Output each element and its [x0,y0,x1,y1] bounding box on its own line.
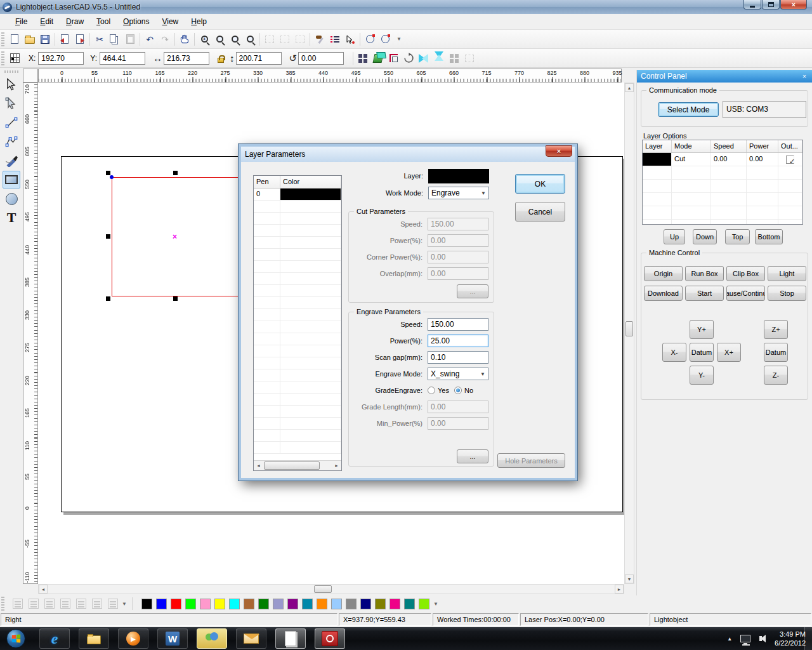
horizontal-scroll-thumb[interactable] [314,585,332,593]
align-center-h-icon[interactable] [76,599,86,609]
layer-row-empty[interactable] [643,220,802,225]
scroll-down-icon[interactable]: ▼ [625,574,634,583]
pen-row-empty[interactable] [254,225,341,237]
cut-power-input[interactable] [428,234,488,247]
palette-color-880088[interactable] [287,599,298,609]
redo-button[interactable]: ↷ [157,32,173,47]
node-delete-button[interactable] [292,32,308,47]
pen-row-empty[interactable] [254,369,341,381]
vertical-scrollbar[interactable]: ▲ ▼ [624,83,634,584]
selection-handle-top-mid[interactable] [173,171,178,175]
scroll-up-icon[interactable]: ▲ [625,83,634,92]
ok-button[interactable]: OK [515,174,565,194]
palette-color-aa6633[interactable] [244,599,254,609]
engrave-mode-select[interactable]: X_swing ▼ [428,368,488,380]
palette-color-000080[interactable] [360,599,371,609]
toolbar-grip[interactable] [1,32,4,46]
taskbar-file-explorer[interactable] [79,628,109,649]
output-list-button[interactable] [327,32,343,47]
menu-edit[interactable]: Edit [34,15,60,28]
scan-gap-input[interactable] [428,351,488,364]
palette-color-99ccff[interactable] [331,599,342,609]
y-position-input[interactable] [100,52,145,65]
palette-color-00ff00[interactable] [185,599,196,609]
export-button[interactable] [72,32,88,47]
save-button[interactable] [37,32,53,47]
close-window-button[interactable]: × [780,0,807,10]
pen-row-empty[interactable] [254,381,341,394]
open-file-button[interactable] [22,32,37,47]
taskbar-media-player[interactable]: ▶ [118,628,148,649]
maximize-button[interactable] [762,0,780,10]
pen-row-empty[interactable] [254,213,341,225]
palette-color-ff99cc[interactable] [200,599,211,609]
simulate-button[interactable] [312,32,327,47]
grade-length-input[interactable] [428,401,488,413]
palette-color-0000ff[interactable] [156,599,167,609]
curve-offset-button[interactable] [362,32,377,47]
polyline-tool[interactable] [3,133,20,150]
tray-expand-icon[interactable]: ▲ [727,636,732,642]
pen-row-empty[interactable] [254,249,341,261]
rotate-object-button[interactable] [401,51,416,66]
layer-up-button[interactable]: Up [664,229,685,244]
color-column-header[interactable]: Color [280,176,341,188]
layer-output-checkbox[interactable]: ✓ [786,156,794,164]
align-right-icon[interactable] [29,599,39,609]
layer-row-empty[interactable] [643,166,802,180]
work-mode-select[interactable]: Engrave ▼ [428,187,489,199]
rectangle-tool[interactable] [3,171,20,189]
layer-col-header[interactable]: Layer [643,140,672,152]
copy-button[interactable] [107,32,122,47]
select-mode-button[interactable]: Select Mode [658,102,719,117]
corner-power-input[interactable] [428,251,488,263]
palette-color-000000[interactable] [141,599,152,609]
new-file-button[interactable] [7,32,22,47]
menu-file[interactable]: File [9,15,34,28]
menu-view[interactable]: View [155,15,185,28]
jog-x-plus-button[interactable]: X+ [717,343,741,362]
pen-row-empty[interactable] [254,237,341,249]
pen-row-empty[interactable] [254,357,341,369]
palette-color-008000[interactable] [258,599,269,609]
pen-row-empty[interactable] [254,201,341,213]
pen-scroll-thumb[interactable] [264,461,320,470]
jog-z-minus-button[interactable]: Z- [764,366,788,385]
pen-column-header[interactable]: Pen [254,176,280,188]
ellipse-tool[interactable] [3,190,20,208]
pen-row-empty[interactable] [254,442,341,454]
curve-node-button[interactable] [377,32,393,47]
weld-button[interactable] [447,51,462,66]
pen-row-empty[interactable] [254,430,341,442]
jog-z-datum-button[interactable]: Datum [764,343,788,362]
horizontal-scrollbar[interactable]: ◄ ► [38,584,624,594]
menu-options[interactable]: Options [117,15,155,28]
scroll-left-icon[interactable]: ◄ [39,585,48,594]
selection-handle-top-left[interactable] [106,171,110,175]
palette-color-808000[interactable] [375,599,386,609]
corner-edit-button[interactable] [386,51,401,66]
pen-row-empty[interactable] [254,285,341,297]
zoom-in-button[interactable]: + [197,32,212,47]
pen-row-empty[interactable] [254,261,341,273]
jog-y-minus-button[interactable]: Y- [690,366,714,385]
palette-color-ffff00[interactable] [214,599,225,609]
dialog-close-button[interactable]: × [546,145,572,157]
speaker-icon[interactable] [757,635,766,642]
pen-tool[interactable] [3,152,20,169]
dialog-titlebar[interactable]: Layer Parameters [241,147,575,162]
pen-scroll-right-icon[interactable]: ► [332,461,341,470]
start-button[interactable] [6,629,25,648]
pause-continue-button[interactable]: Pause/Continue [726,286,765,301]
menu-draw[interactable]: Draw [60,15,90,28]
pen-row-empty[interactable] [254,418,341,430]
start-node-dot[interactable] [110,175,114,179]
lock-ratio-button[interactable] [213,51,228,66]
pen-row-empty[interactable] [254,394,341,406]
distribute-icon[interactable] [108,599,118,609]
cut-button[interactable]: ✂ [92,32,107,47]
import-button[interactable] [57,32,72,47]
undo-button[interactable]: ↶ [142,32,157,47]
palette-color-ff0000[interactable] [171,599,181,609]
pen-row-empty[interactable] [254,321,341,333]
